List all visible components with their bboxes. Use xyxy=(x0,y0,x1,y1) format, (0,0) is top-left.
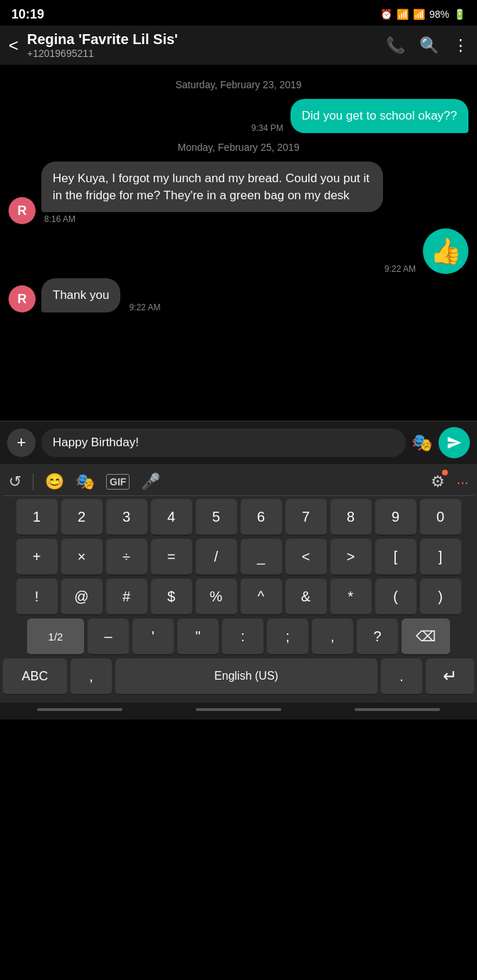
avatar-r-2: R xyxy=(9,285,36,312)
kb-rotate-icon[interactable]: ↺ xyxy=(9,473,21,491)
kb-key-comma-2[interactable]: , xyxy=(70,658,112,695)
nav-pill-1 xyxy=(37,708,122,711)
bubble-sent-1: Did you get to school okay?? xyxy=(290,99,468,133)
chat-header: < Regina 'Favrite Lil Sis' +12019695211 … xyxy=(0,26,477,65)
kb-key-question[interactable]: ? xyxy=(357,618,398,655)
call-button[interactable]: 📞 xyxy=(386,36,405,55)
kb-bottom-sym-row: 1/2 – ' " : ; , ? ⌫ xyxy=(3,618,474,655)
message-input[interactable] xyxy=(41,428,406,457)
kb-key-backspace[interactable]: ⌫ xyxy=(402,618,450,655)
message-row-received-4: R Thank you 9:22 AM xyxy=(9,278,468,312)
kb-key-fn[interactable]: 1/2 xyxy=(27,618,84,655)
kb-emoji-icon[interactable]: 😊 xyxy=(45,473,64,491)
kb-key-caret[interactable]: ^ xyxy=(241,579,282,616)
timestamp-1: 9:34 PM xyxy=(248,123,286,133)
kb-key-slash[interactable]: / xyxy=(196,539,237,576)
kb-key-5[interactable]: 5 xyxy=(196,499,237,536)
kb-key-lbracket[interactable]: [ xyxy=(375,539,416,576)
kb-key-plus[interactable]: + xyxy=(16,539,58,576)
kb-key-lparen[interactable]: ( xyxy=(375,579,416,616)
kb-key-4[interactable]: 4 xyxy=(151,499,192,536)
kb-key-dollar[interactable]: $ xyxy=(151,579,192,616)
kb-key-comma[interactable]: , xyxy=(312,618,353,655)
bubble-received-2: Hey Kuya, I forgot my lunch and my bread… xyxy=(41,162,383,213)
kb-key-abc[interactable]: ABC xyxy=(3,658,67,695)
keyboard: ↺ 😊 🎭 GIF 🎤 ⚙ ··· 1 2 3 4 5 6 7 8 9 0 + … xyxy=(0,464,477,702)
kb-key-period[interactable]: . xyxy=(381,658,422,695)
kb-divider xyxy=(33,473,33,490)
back-button[interactable]: < xyxy=(9,36,19,56)
kb-key-hash[interactable]: # xyxy=(106,579,147,616)
sticker-button[interactable]: 🎭 xyxy=(412,433,433,453)
send-button[interactable] xyxy=(439,427,470,458)
kb-number-row: 1 2 3 4 5 6 7 8 9 0 xyxy=(3,499,474,536)
keyboard-toolbar: ↺ 😊 🎭 GIF 🎤 ⚙ ··· xyxy=(3,468,474,496)
header-actions: 📞 🔍 ⋮ xyxy=(386,36,468,55)
add-button[interactable]: + xyxy=(7,428,36,457)
kb-key-percent[interactable]: % xyxy=(196,579,237,616)
bubble-wrapper-sent-1: 9:34 PM Did you get to school okay?? xyxy=(248,99,468,133)
kb-mic-icon[interactable]: 🎤 xyxy=(141,473,160,491)
kb-sticker-icon[interactable]: 🎭 xyxy=(75,473,95,491)
kb-key-at[interactable]: @ xyxy=(61,579,103,616)
kb-key-2[interactable]: 2 xyxy=(61,499,103,536)
kb-gear-icon[interactable]: ⚙ xyxy=(431,473,445,490)
kb-key-7[interactable]: 7 xyxy=(285,499,327,536)
message-with-time-3: 9:22 AM 👍 xyxy=(382,228,468,274)
kb-gif-button[interactable]: GIF xyxy=(106,474,130,490)
kb-key-colon[interactable]: : xyxy=(222,618,263,655)
timestamp-4: 9:22 AM xyxy=(126,302,163,312)
kb-key-equals[interactable]: = xyxy=(151,539,192,576)
message-row-sent-3: 9:22 AM 👍 xyxy=(9,228,468,274)
bubble-wrapper-sent-3: 9:22 AM 👍 xyxy=(382,228,468,274)
date-separator-1: Saturday, February 23, 2019 xyxy=(9,79,468,90)
signal-icon: 📶 xyxy=(413,9,425,20)
kb-key-lt[interactable]: < xyxy=(285,539,327,576)
timestamp-2: 8:16 AM xyxy=(41,214,78,224)
search-button[interactable]: 🔍 xyxy=(419,36,439,55)
kb-key-8[interactable]: 8 xyxy=(330,499,372,536)
kb-key-quote[interactable]: " xyxy=(177,618,219,655)
kb-key-0[interactable]: 0 xyxy=(420,499,461,536)
kb-key-9[interactable]: 9 xyxy=(375,499,416,536)
kb-key-rbracket[interactable]: ] xyxy=(420,539,461,576)
contact-info: Regina 'Favrite Lil Sis' +12019695211 xyxy=(27,31,377,59)
message-with-time-1: 9:34 PM Did you get to school okay?? xyxy=(248,99,468,133)
kb-key-6[interactable]: 6 xyxy=(241,499,282,536)
kb-key-rparen[interactable]: ) xyxy=(420,579,461,616)
kb-key-apostrophe[interactable]: ' xyxy=(132,618,174,655)
kb-key-divide[interactable]: ÷ xyxy=(106,539,147,576)
kb-key-asterisk[interactable]: * xyxy=(330,579,372,616)
nav-pill-3 xyxy=(355,708,440,711)
kb-sym-row-2: ! @ # $ % ^ & * ( ) xyxy=(3,579,474,616)
status-bar: 10:19 ⏰ 📶 📶 98% 🔋 xyxy=(0,0,477,26)
kb-key-ampersand[interactable]: & xyxy=(285,579,327,616)
contact-name: Regina 'Favrite Lil Sis' xyxy=(27,31,377,48)
kb-gear-container: ⚙ xyxy=(431,473,445,491)
bubble-wrapper-received-2: Hey Kuya, I forgot my lunch and my bread… xyxy=(41,162,383,225)
timestamp-3: 9:22 AM xyxy=(382,264,419,274)
more-button[interactable]: ⋮ xyxy=(453,36,468,55)
kb-more-icon[interactable]: ··· xyxy=(456,474,468,490)
kb-key-space[interactable]: English (US) xyxy=(115,658,377,695)
kb-key-dash[interactable]: – xyxy=(88,618,129,655)
message-row-sent-1: 9:34 PM Did you get to school okay?? xyxy=(9,99,468,133)
kb-key-3[interactable]: 3 xyxy=(106,499,147,536)
avatar-r-1: R xyxy=(9,197,36,224)
kb-key-underscore[interactable]: _ xyxy=(241,539,282,576)
kb-key-multiply[interactable]: × xyxy=(61,539,103,576)
bubble-emoji-3: 👍 xyxy=(423,228,468,274)
battery-icon: 🔋 xyxy=(454,9,466,20)
message-row-received-2: R Hey Kuya, I forgot my lunch and my bre… xyxy=(9,162,468,225)
kb-key-semicolon[interactable]: ; xyxy=(267,618,308,655)
kb-key-exclaim[interactable]: ! xyxy=(16,579,58,616)
kb-key-gt[interactable]: > xyxy=(330,539,372,576)
kb-key-1[interactable]: 1 xyxy=(16,499,58,536)
chat-area: Saturday, February 23, 2019 9:34 PM Did … xyxy=(0,65,477,421)
kb-key-enter[interactable]: ↵ xyxy=(426,658,474,695)
contact-phone: +12019695211 xyxy=(27,48,377,59)
send-icon xyxy=(446,435,462,451)
kb-gear-dot xyxy=(442,470,448,475)
battery-text: 98% xyxy=(429,9,449,20)
alarm-icon: ⏰ xyxy=(380,9,392,20)
